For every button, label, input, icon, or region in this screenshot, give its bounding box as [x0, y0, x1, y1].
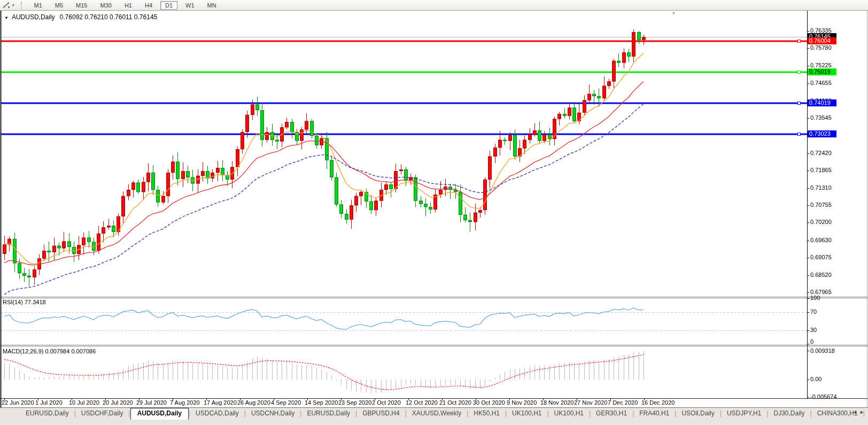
date-axis-label: 20 Jul 2020	[103, 399, 133, 406]
toolbar-grip[interactable]	[21, 2, 24, 9]
hline-price-badge: 0.75019	[808, 68, 836, 75]
price-axis-label: 0.68520	[810, 272, 832, 278]
tab-dj30-daily[interactable]: DJ30,Daily	[769, 408, 810, 419]
rsi-indicator-label: RSI(14) 77.3418	[3, 299, 46, 305]
tab-xauusd-weekly[interactable]: XAUUSD,Weekly	[407, 408, 467, 419]
date-axis-label: 12 Oct 2020	[406, 399, 438, 406]
symbol-period-label: AUDUSD,Daily	[12, 13, 55, 21]
tab-audusd-daily[interactable]: AUDUSD,Daily	[130, 408, 189, 420]
chart-tab-bar: EURUSD,Daily|USDCHF,Daily|AUDUSD,Daily|U…	[0, 407, 868, 425]
price-axis-label: 0.71310	[810, 184, 832, 191]
price-axis-label: 0.70200	[810, 219, 832, 225]
date-axis-label: 17 Aug 2020	[204, 399, 237, 406]
date-axis-label: 22 Jun 2020	[2, 399, 34, 406]
hline-price-badge: 0.73023	[808, 130, 836, 137]
tab-uk100-h1[interactable]: UK100,H1	[549, 408, 589, 419]
timeframe-button-m5[interactable]: M5	[50, 1, 68, 10]
line-tools-button[interactable]: ▾	[2, 2, 14, 9]
price-axis-label: 0.70755	[810, 202, 832, 208]
timeframe-button-m30[interactable]: M30	[95, 1, 116, 10]
price-axis-label: 0.72420	[810, 150, 832, 156]
tab-ger30-h1[interactable]: GER30,H1	[591, 408, 632, 419]
timeframe-button-d1[interactable]: D1	[160, 1, 177, 10]
tab-usdcnh-daily[interactable]: USDCNH,Daily	[246, 408, 300, 419]
price-axis-label: 0.73545	[810, 114, 832, 121]
tab-scroll-right-icon[interactable]: ►	[859, 409, 866, 415]
macd-indicator-label: MACD(12,26,9) 0.007984 0.007086	[3, 348, 96, 354]
date-axis-label: 18 Nov 2020	[540, 399, 574, 406]
macd-axis-label: -0.005674	[810, 393, 837, 400]
tab-scroll-arrows[interactable]: ◄►	[852, 409, 866, 415]
date-axis-label: 2 Oct 2020	[372, 399, 401, 406]
price-axis-label: 0.69075	[810, 254, 832, 260]
mt4-terminal: ▾ M1M5M15M30H1H4D1W1MN ▼AUDUSD,Daily0.76…	[0, 0, 868, 425]
date-axis-label: 4 Sep 2020	[271, 399, 301, 406]
price-axis-label: 0.75225	[810, 62, 832, 68]
rsi-axis-label: 30	[810, 327, 817, 333]
chart-canvas[interactable]	[0, 0, 868, 425]
hline-price-badge: 0.76004	[808, 37, 836, 44]
tab-usoil-daily[interactable]: USOil,Daily	[676, 408, 719, 419]
date-axis-label: 1 Jul 2020	[35, 399, 63, 406]
ohlc-readout: 0.76092 0.76210 0.76011 0.76145	[60, 13, 158, 21]
price-axis-label: 0.74655	[810, 80, 832, 86]
tab-usdjpy-h1[interactable]: USDJPY,H1	[722, 408, 766, 419]
collapse-arrow-icon[interactable]: ▼	[4, 16, 9, 20]
timeframe-toolbar: ▾ M1M5M15M30H1H4D1W1MN	[0, 0, 868, 11]
date-axis-label: 27 Nov 2020	[574, 399, 607, 406]
date-axis-label: 14 Sep 2020	[305, 399, 338, 406]
timeframe-button-m15[interactable]: M15	[71, 1, 92, 10]
hline-price-badge: 0.74019	[808, 99, 836, 106]
date-axis-label: 9 Nov 2020	[507, 399, 537, 406]
tab-fra40-h1[interactable]: FRA40,H1	[634, 408, 675, 419]
timeframe-button-m1[interactable]: M1	[29, 1, 47, 10]
timeframe-button-w1[interactable]: W1	[181, 1, 199, 10]
rsi-axis-label: 0	[810, 338, 813, 345]
date-axis-label: 7 Aug 2020	[170, 399, 200, 406]
price-axis-label: 0.75780	[810, 44, 832, 51]
chart-shift-marker-icon[interactable]: ▼	[671, 11, 676, 16]
tab-uk100-h1[interactable]: UK100,H1	[507, 408, 547, 419]
date-axis-label: 10 Jul 2020	[69, 399, 99, 406]
timeframe-button-h1[interactable]: H1	[120, 1, 137, 10]
tab-hk50-h1[interactable]: HK50,H1	[468, 408, 505, 419]
date-axis-label: 29 Jul 2020	[136, 399, 167, 406]
tab-eurusd-daily[interactable]: EURUSD,Daily	[20, 408, 74, 419]
rsi-axis-label: 100	[810, 295, 820, 301]
tab-usdchf-daily[interactable]: USDCHF,Daily	[76, 408, 129, 419]
line-tools-icon	[2, 2, 11, 9]
tab-usdcad-daily[interactable]: USDCAD,Daily	[190, 408, 244, 419]
chart-window-title: ▼AUDUSD,Daily0.76092 0.76210 0.76011 0.7…	[4, 13, 157, 21]
price-axis-label: 0.71865	[810, 167, 832, 173]
date-axis-label: 16 Dec 2020	[641, 399, 675, 406]
tab-eurusd-daily[interactable]: EURUSD,Daily	[301, 408, 355, 419]
tab-scroll-left-icon[interactable]: ◄	[852, 409, 859, 415]
timeframe-button-h4[interactable]: H4	[140, 1, 157, 10]
date-axis-label: 7 Dec 2020	[608, 399, 638, 406]
macd-axis-label: 0.009318	[810, 347, 835, 354]
date-axis-label: 30 Oct 2020	[473, 399, 505, 406]
macd-axis-label: 0.00	[810, 376, 821, 382]
timeframe-button-mn[interactable]: MN	[203, 1, 221, 10]
price-axis-label: 0.69630	[810, 237, 832, 243]
date-axis-label: 21 Oct 2020	[439, 399, 471, 406]
rsi-axis-label: 70	[810, 308, 817, 315]
tool-dropdown-icon: ▾	[12, 3, 14, 7]
date-axis-label: 23 Sep 2020	[338, 399, 371, 406]
date-axis-label: 26 Aug 2020	[237, 399, 270, 406]
tab-gbpusd-h4[interactable]: GBPUSD,H4	[357, 408, 405, 419]
timeframe-buttons: M1M5M15M30H1H4D1W1MN	[28, 1, 223, 10]
